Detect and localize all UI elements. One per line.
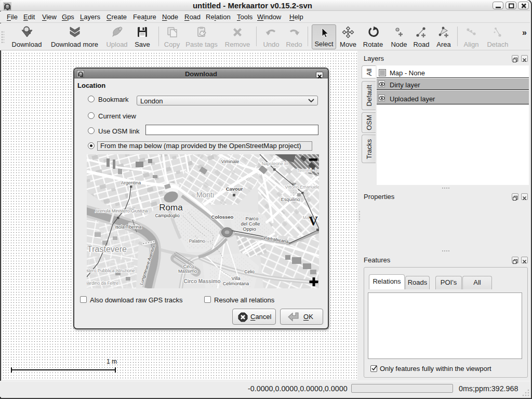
svg-text:Palatino: Palatino <box>189 238 205 244</box>
svg-text:Celio: Celio <box>244 269 255 274</box>
svg-text:Viminale: Viminale <box>221 159 239 164</box>
svg-text:Termini - La: Termini - La <box>297 168 319 173</box>
svg-text:Colosseo: Colosseo <box>211 214 234 220</box>
svg-text:Isola Tiberina: Isola Tiberina <box>115 224 142 230</box>
svg-text:Villa: Villa <box>232 276 241 281</box>
svg-text:Napoleone III: Napoleone III <box>262 161 288 166</box>
svg-text:Massimo: Massimo <box>178 269 197 274</box>
svg-text:V: V <box>309 214 318 228</box>
svg-text:Trastevere: Trastevere <box>87 245 127 254</box>
svg-text:Roma: Roma <box>159 203 183 212</box>
svg-text:Argentina: Argentina <box>121 180 141 185</box>
svg-text:Celimontana: Celimontana <box>223 281 249 286</box>
svg-text:Oppio: Oppio <box>243 226 256 232</box>
svg-text:Arenula Ministero Giustizia: Arenula Ministero Giustizia <box>95 208 148 214</box>
svg-text:Esquilino: Esquilino <box>281 197 300 202</box>
svg-text:Cavour: Cavour <box>226 186 243 192</box>
svg-text:Monti: Monti <box>196 191 214 199</box>
svg-text:stero Pubblica Istruzione: stero Pubblica Istruzione <box>87 268 135 273</box>
svg-text:Circo Massimo: Circo Massimo <box>183 278 220 284</box>
svg-text:Campidoglio: Campidoglio <box>155 213 180 218</box>
svg-text:Vittorio Emanuele: Vittorio Emanuele <box>285 184 319 190</box>
svg-text:hardino da Feltre: hardino da Feltre <box>87 281 118 286</box>
